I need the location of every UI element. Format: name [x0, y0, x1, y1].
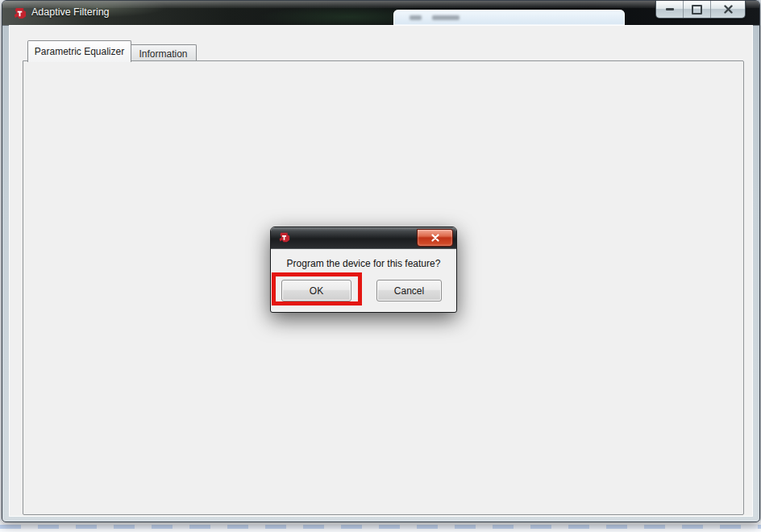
close-icon — [431, 234, 439, 242]
tab-information[interactable]: Information — [130, 44, 197, 62]
maximize-icon — [692, 5, 702, 15]
caption-buttons — [655, 1, 746, 19]
desktop-pattern — [0, 525, 761, 529]
minimize-icon — [666, 8, 674, 10]
close-icon — [724, 5, 733, 14]
dialog-message: Program the device for this feature? — [271, 258, 456, 269]
titlebar-sheen — [2, 1, 759, 8]
desktop-background — [0, 521, 761, 532]
maximize-button[interactable] — [684, 1, 711, 18]
tab-label: Parametric Equalizer — [35, 46, 124, 57]
minimize-button[interactable] — [656, 1, 684, 18]
annotation-highlight-ok — [272, 272, 362, 305]
tab-label: Information — [139, 48, 187, 60]
dialog-close-button[interactable] — [417, 229, 453, 247]
tab-parametric-equalizer[interactable]: Parametric Equalizer — [27, 40, 131, 62]
close-button[interactable] — [711, 1, 745, 18]
background-menu-blur — [410, 15, 422, 20]
titlebar[interactable]: Adaptive Filtering — [2, 1, 759, 26]
window-title: Adaptive Filtering — [31, 6, 110, 18]
background-window-bleed — [393, 10, 625, 25]
cancel-button[interactable]: Cancel — [376, 280, 442, 301]
background-menu-blur — [432, 15, 460, 20]
ti-logo-icon — [13, 6, 27, 20]
ti-logo-icon — [278, 231, 290, 243]
